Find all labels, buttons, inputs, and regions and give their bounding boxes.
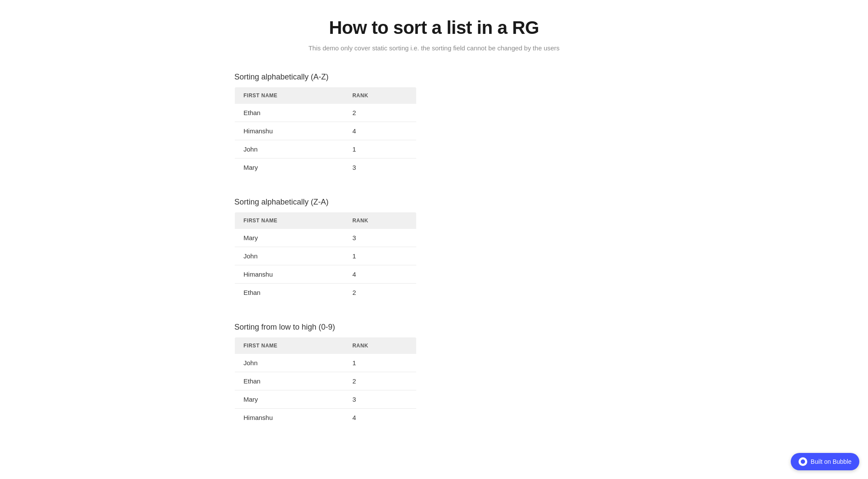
cell-firstname: Himanshu	[235, 409, 344, 427]
built-on-bubble-label: Built on Bubble	[811, 458, 852, 465]
cell-rank: 1	[344, 354, 417, 372]
cell-firstname: Himanshu	[235, 122, 344, 140]
cell-rank: 3	[344, 390, 417, 409]
cell-firstname: John	[235, 140, 344, 159]
table-za: FIRST NAMERANKMary3John1Himanshu4Ethan2	[234, 212, 417, 302]
cell-firstname: Mary	[235, 390, 344, 409]
col-header-rank: RANK	[344, 212, 417, 229]
section-title-az: Sorting alphabetically (A-Z)	[234, 73, 634, 82]
cell-firstname: Ethan	[235, 104, 344, 122]
table-row: Mary3	[235, 229, 417, 247]
table-az: FIRST NAMERANKEthan2Himanshu4John1Mary3	[234, 87, 417, 177]
section-za: Sorting alphabetically (Z-A)FIRST NAMERA…	[234, 198, 634, 302]
cell-firstname: Mary	[235, 159, 344, 177]
cell-rank: 3	[344, 229, 417, 247]
col-header-firstname: FIRST NAME	[235, 87, 344, 104]
cell-firstname: John	[235, 247, 344, 265]
table-row: Mary3	[235, 159, 417, 177]
page-subtitle: This demo only cover static sorting i.e.…	[234, 44, 634, 52]
col-header-firstname: FIRST NAME	[235, 212, 344, 229]
cell-firstname: Ethan	[235, 284, 344, 302]
table-row: John1	[235, 354, 417, 372]
page-container: How to sort a list in a RG This demo onl…	[226, 0, 642, 479]
table-row: John1	[235, 247, 417, 265]
sections-container: Sorting alphabetically (A-Z)FIRST NAMERA…	[234, 73, 634, 427]
bubble-icon-inner	[801, 459, 805, 464]
built-on-bubble-button[interactable]: Built on Bubble	[791, 453, 859, 470]
cell-rank: 4	[344, 122, 417, 140]
cell-firstname: Himanshu	[235, 265, 344, 284]
table-row: Himanshu4	[235, 409, 417, 427]
cell-rank: 4	[344, 409, 417, 427]
table-row: Ethan2	[235, 104, 417, 122]
table-row: Himanshu4	[235, 265, 417, 284]
table-row: Mary3	[235, 390, 417, 409]
cell-firstname: Ethan	[235, 372, 344, 390]
cell-rank: 4	[344, 265, 417, 284]
col-header-rank: RANK	[344, 337, 417, 354]
page-title: How to sort a list in a RG	[234, 17, 634, 38]
cell-rank: 2	[344, 104, 417, 122]
section-low-high: Sorting from low to high (0-9)FIRST NAME…	[234, 323, 634, 427]
cell-rank: 1	[344, 140, 417, 159]
table-row: Himanshu4	[235, 122, 417, 140]
cell-firstname: John	[235, 354, 344, 372]
section-az: Sorting alphabetically (A-Z)FIRST NAMERA…	[234, 73, 634, 177]
table-header-row: FIRST NAMERANK	[235, 87, 417, 104]
table-row: Ethan2	[235, 284, 417, 302]
table-low-high: FIRST NAMERANKJohn1Ethan2Mary3Himanshu4	[234, 337, 417, 427]
cell-rank: 3	[344, 159, 417, 177]
cell-firstname: Mary	[235, 229, 344, 247]
table-row: John1	[235, 140, 417, 159]
section-title-za: Sorting alphabetically (Z-A)	[234, 198, 634, 207]
cell-rank: 2	[344, 284, 417, 302]
col-header-rank: RANK	[344, 87, 417, 104]
bubble-icon	[799, 457, 807, 466]
table-header-row: FIRST NAMERANK	[235, 337, 417, 354]
section-title-low-high: Sorting from low to high (0-9)	[234, 323, 634, 332]
cell-rank: 1	[344, 247, 417, 265]
table-header-row: FIRST NAMERANK	[235, 212, 417, 229]
cell-rank: 2	[344, 372, 417, 390]
col-header-firstname: FIRST NAME	[235, 337, 344, 354]
table-row: Ethan2	[235, 372, 417, 390]
